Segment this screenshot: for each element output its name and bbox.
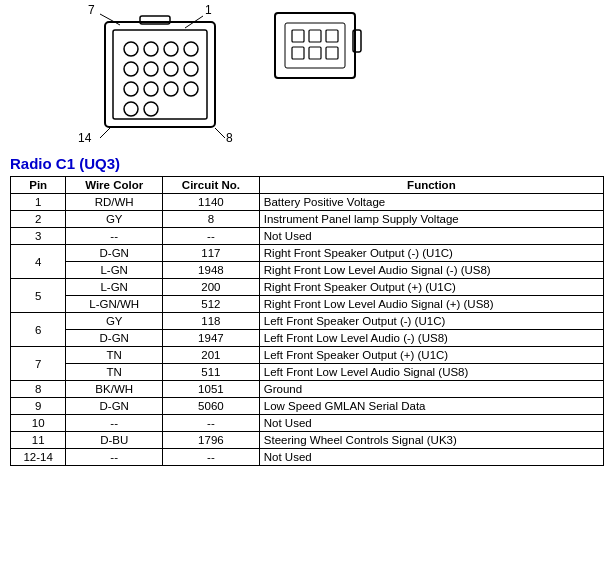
small-connector-svg	[270, 8, 370, 108]
cell-circuit: 512	[163, 296, 260, 313]
svg-rect-25	[326, 30, 338, 42]
cell-function: Not Used	[259, 449, 603, 466]
cell-function: Left Front Speaker Output (+) (U1C)	[259, 347, 603, 364]
table-row: 3----Not Used	[11, 228, 604, 245]
cell-wire: L-GN	[66, 262, 163, 279]
table-row: 9D-GN5060Low Speed GMLAN Serial Data	[11, 398, 604, 415]
cell-pin: 9	[11, 398, 66, 415]
cell-wire: D-GN	[66, 398, 163, 415]
cell-function: Left Front Speaker Output (-) (U1C)	[259, 313, 603, 330]
cell-wire: D-GN	[66, 330, 163, 347]
cell-pin: 8	[11, 381, 66, 398]
table-row: 4D-GN117Right Front Speaker Output (-) (…	[11, 245, 604, 262]
table-row: 2GY8Instrument Panel lamp Supply Voltage	[11, 211, 604, 228]
table-row: D-GN1947Left Front Low Level Audio (-) (…	[11, 330, 604, 347]
cell-wire: --	[66, 415, 163, 432]
svg-rect-26	[292, 47, 304, 59]
table-row: TN511Left Front Low Level Audio Signal (…	[11, 364, 604, 381]
cell-function: Right Front Low Level Audio Signal (-) (…	[259, 262, 603, 279]
svg-point-4	[124, 42, 138, 56]
cell-pin: 7	[11, 347, 66, 381]
cell-circuit: --	[163, 228, 260, 245]
label-7: 7	[88, 3, 95, 17]
table-row: 12-14----Not Used	[11, 449, 604, 466]
svg-rect-28	[326, 47, 338, 59]
cell-function: Not Used	[259, 228, 603, 245]
cell-wire: TN	[66, 347, 163, 364]
diagram-area: 7 1 14 8	[0, 0, 614, 155]
svg-point-7	[184, 42, 198, 56]
cell-pin: 3	[11, 228, 66, 245]
table-row: L-GN/WH512Right Front Low Level Audio Si…	[11, 296, 604, 313]
cell-function: Right Front Speaker Output (+) (U1C)	[259, 279, 603, 296]
header-wire-color: Wire Color	[66, 177, 163, 194]
svg-rect-27	[309, 47, 321, 59]
svg-point-17	[144, 102, 158, 116]
header-pin: Pin	[11, 177, 66, 194]
svg-rect-23	[292, 30, 304, 42]
cell-function: Left Front Low Level Audio (-) (US8)	[259, 330, 603, 347]
cell-wire: D-GN	[66, 245, 163, 262]
svg-line-0	[100, 14, 120, 25]
table-row: 1RD/WH1140Battery Positive Voltage	[11, 194, 604, 211]
svg-point-15	[184, 82, 198, 96]
cell-circuit: 5060	[163, 398, 260, 415]
wiring-table: Pin Wire Color Circuit No. Function 1RD/…	[10, 176, 604, 466]
svg-point-8	[124, 62, 138, 76]
cell-circuit: 200	[163, 279, 260, 296]
label-14: 14	[78, 131, 92, 145]
svg-point-11	[184, 62, 198, 76]
svg-point-5	[144, 42, 158, 56]
svg-line-19	[100, 128, 110, 138]
table-row: 5L-GN200Right Front Speaker Output (+) (…	[11, 279, 604, 296]
cell-pin: 11	[11, 432, 66, 449]
table-row: 11D-BU1796Steering Wheel Controls Signal…	[11, 432, 604, 449]
cell-function: Right Front Low Level Audio Signal (+) (…	[259, 296, 603, 313]
svg-point-12	[124, 82, 138, 96]
cell-pin: 5	[11, 279, 66, 313]
cell-wire: BK/WH	[66, 381, 163, 398]
cell-wire: GY	[66, 313, 163, 330]
svg-point-14	[164, 82, 178, 96]
cell-wire: --	[66, 228, 163, 245]
cell-wire: L-GN/WH	[66, 296, 163, 313]
cell-wire: D-BU	[66, 432, 163, 449]
cell-circuit: --	[163, 415, 260, 432]
cell-pin: 12-14	[11, 449, 66, 466]
cell-circuit: 1948	[163, 262, 260, 279]
cell-pin: 4	[11, 245, 66, 279]
cell-wire: --	[66, 449, 163, 466]
cell-circuit: --	[163, 449, 260, 466]
cell-function: Instrument Panel lamp Supply Voltage	[259, 211, 603, 228]
svg-rect-2	[105, 22, 215, 127]
cell-function: Low Speed GMLAN Serial Data	[259, 398, 603, 415]
cell-function: Ground	[259, 381, 603, 398]
svg-rect-24	[309, 30, 321, 42]
table-row: L-GN1948Right Front Low Level Audio Sign…	[11, 262, 604, 279]
cell-circuit: 511	[163, 364, 260, 381]
table-row: 8BK/WH1051Ground	[11, 381, 604, 398]
cell-wire: TN	[66, 364, 163, 381]
cell-function: Not Used	[259, 415, 603, 432]
table-title: Radio C1 (UQ3)	[0, 155, 614, 176]
label-8: 8	[226, 131, 233, 145]
cell-circuit: 201	[163, 347, 260, 364]
cell-pin: 6	[11, 313, 66, 347]
cell-circuit: 1796	[163, 432, 260, 449]
cell-function: Left Front Low Level Audio Signal (US8)	[259, 364, 603, 381]
cell-circuit: 118	[163, 313, 260, 330]
header-circuit: Circuit No.	[163, 177, 260, 194]
cell-circuit: 117	[163, 245, 260, 262]
cell-wire: GY	[66, 211, 163, 228]
main-connector-svg: 7 1 14 8	[20, 0, 250, 150]
cell-circuit: 1947	[163, 330, 260, 347]
cell-pin: 10	[11, 415, 66, 432]
table-row: 6GY118Left Front Speaker Output (-) (U1C…	[11, 313, 604, 330]
table-row: 10----Not Used	[11, 415, 604, 432]
cell-function: Steering Wheel Controls Signal (UK3)	[259, 432, 603, 449]
cell-pin: 2	[11, 211, 66, 228]
cell-wire: RD/WH	[66, 194, 163, 211]
cell-wire: L-GN	[66, 279, 163, 296]
cell-function: Right Front Speaker Output (-) (U1C)	[259, 245, 603, 262]
label-1: 1	[205, 3, 212, 17]
